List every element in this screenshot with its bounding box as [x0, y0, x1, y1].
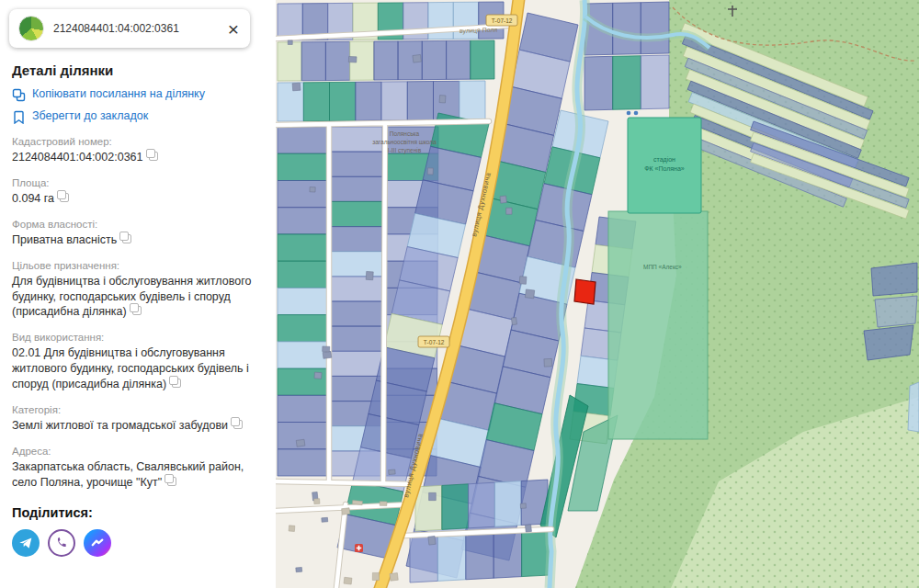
details-panel: × Деталі ділянки Копіювати посилання на … [0, 0, 276, 588]
building [525, 289, 534, 299]
messenger-icon [89, 535, 106, 551]
building [366, 271, 373, 279]
parcel[interactable] [331, 252, 382, 277]
copy-icon[interactable] [172, 379, 181, 388]
parcel[interactable] [278, 127, 327, 153]
parcel[interactable] [437, 532, 465, 582]
building [413, 54, 422, 62]
building [372, 572, 379, 580]
parcel[interactable] [466, 530, 494, 580]
building [323, 351, 332, 358]
parcel[interactable] [331, 351, 382, 376]
copy-link-icon [12, 88, 26, 102]
parcel[interactable] [331, 176, 382, 201]
parcel[interactable] [303, 83, 329, 121]
parcel[interactable] [381, 82, 407, 120]
viber-share-button[interactable] [48, 529, 75, 557]
parcel[interactable] [278, 449, 327, 476]
building [500, 196, 506, 203]
close-icon[interactable]: × [226, 19, 241, 39]
parcel[interactable] [447, 40, 471, 79]
parcel[interactable] [434, 81, 460, 119]
parcel[interactable] [471, 40, 494, 79]
parcel[interactable] [331, 227, 382, 252]
field-area: Площа: 0.094 га [12, 177, 257, 207]
parcel[interactable] [325, 41, 349, 80]
parcel[interactable] [356, 82, 381, 120]
poi-dot [634, 111, 639, 116]
parcel[interactable] [428, 2, 453, 39]
copy-icon[interactable] [132, 306, 142, 315]
school-label: загальноосвітня школа [372, 139, 437, 145]
road-ref-badge: Т-07-12 [486, 15, 517, 26]
copy-icon[interactable] [233, 420, 243, 429]
parcel[interactable] [460, 81, 485, 119]
parcel[interactable] [278, 208, 327, 234]
parcel[interactable] [613, 56, 641, 110]
parcel[interactable] [864, 325, 913, 360]
building [390, 573, 398, 582]
parcel[interactable] [584, 56, 613, 110]
search-bar[interactable]: × [9, 9, 250, 48]
parcel[interactable] [278, 342, 327, 368]
parcel[interactable] [301, 42, 325, 81]
telegram-icon [17, 535, 34, 551]
pharmacy-icon [355, 544, 363, 552]
parcel[interactable] [278, 153, 327, 180]
copy-icon[interactable] [167, 477, 176, 486]
bookmark-action[interactable]: Зберегти до закладок [12, 109, 257, 124]
app-logo-icon[interactable] [18, 16, 44, 41]
parcel[interactable] [278, 315, 327, 342]
building [310, 187, 315, 193]
parcel[interactable] [407, 82, 433, 120]
viber-icon [54, 536, 69, 550]
field-ownership: Форма власності: Приватна власність [12, 219, 257, 248]
copy-icon[interactable] [60, 193, 69, 202]
share-row [12, 529, 257, 557]
parcel[interactable] [469, 482, 495, 528]
parcel[interactable] [278, 288, 327, 314]
map[interactable]: вулиця Духновича вулиця Духновича вулиця… [276, 0, 919, 588]
parcel[interactable] [331, 326, 382, 351]
parcel[interactable] [278, 42, 301, 81]
parcel[interactable] [613, 3, 641, 55]
building [427, 168, 433, 175]
building [525, 525, 531, 532]
search-input[interactable] [51, 21, 219, 36]
share-title: Поділитися: [12, 505, 257, 520]
highlighted-parcel[interactable] [574, 279, 596, 304]
parcel[interactable] [875, 296, 917, 327]
parcel[interactable] [494, 481, 521, 527]
parcel[interactable] [422, 40, 446, 79]
copy-link-action[interactable]: Копіювати посилання на ділянку [12, 87, 257, 102]
parcel[interactable] [871, 263, 917, 296]
field-use-type: Вид використання: 02.01 Для будівництва … [12, 332, 257, 392]
parcel[interactable] [415, 485, 442, 531]
telegram-share-button[interactable] [12, 529, 40, 557]
copy-icon[interactable] [122, 234, 131, 243]
parcel[interactable] [331, 277, 382, 301]
stadium-label: ФК «Поляна» [644, 165, 685, 172]
field-address: Адреса: Закарпатська область, Свалявськи… [12, 446, 257, 491]
parcel[interactable] [278, 261, 327, 288]
parcel[interactable] [641, 55, 669, 109]
building [352, 501, 362, 505]
map-canvas[interactable]: вулиця Духновича вулиця Духновича вулиця… [276, 0, 919, 588]
copy-icon[interactable] [149, 152, 158, 161]
parcel[interactable] [641, 2, 669, 54]
parcel[interactable] [330, 82, 356, 120]
parcel[interactable] [331, 152, 382, 176]
messenger-share-button[interactable] [84, 529, 111, 557]
parcel[interactable] [442, 484, 469, 530]
parcel[interactable] [908, 382, 919, 432]
parcel[interactable] [331, 301, 382, 326]
parcel[interactable] [278, 395, 327, 422]
bookmark-icon [12, 110, 26, 124]
parcel[interactable] [278, 234, 327, 261]
parcel[interactable] [494, 529, 521, 579]
parcel[interactable] [374, 41, 398, 80]
building [348, 56, 357, 62]
park-area[interactable] [608, 211, 708, 439]
parcel[interactable] [331, 201, 382, 226]
parcel[interactable] [278, 181, 327, 208]
